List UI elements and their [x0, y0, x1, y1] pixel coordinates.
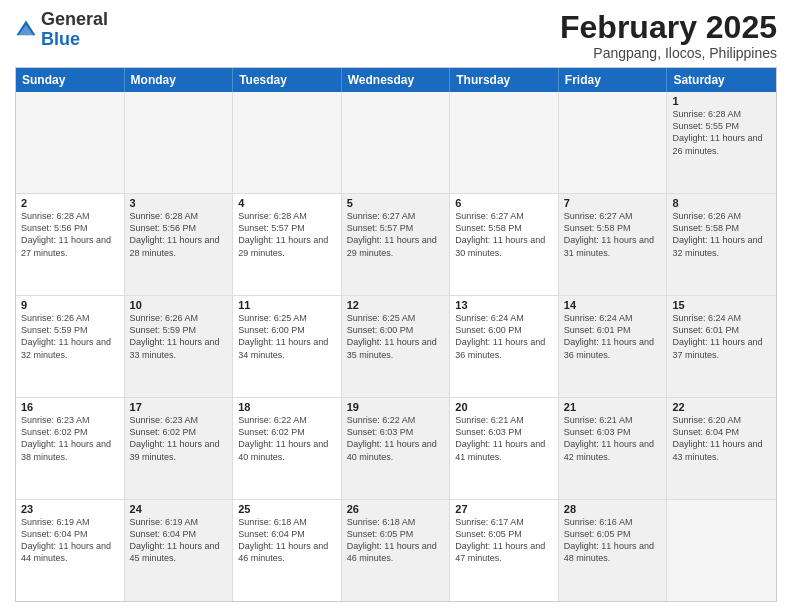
weekday-header: Sunday: [16, 68, 125, 92]
calendar-day-cell: 8Sunrise: 6:26 AM Sunset: 5:58 PM Daylig…: [667, 194, 776, 295]
day-detail: Sunrise: 6:28 AM Sunset: 5:56 PM Dayligh…: [130, 210, 228, 259]
day-number: 10: [130, 299, 228, 311]
day-number: 12: [347, 299, 445, 311]
day-number: 2: [21, 197, 119, 209]
day-number: 15: [672, 299, 771, 311]
day-number: 27: [455, 503, 553, 515]
calendar-day-cell: 27Sunrise: 6:17 AM Sunset: 6:05 PM Dayli…: [450, 500, 559, 601]
day-number: 20: [455, 401, 553, 413]
logo-text: General Blue: [41, 10, 108, 50]
calendar-day-cell: 1Sunrise: 6:28 AM Sunset: 5:55 PM Daylig…: [667, 92, 776, 193]
calendar-day-cell: [559, 92, 668, 193]
day-number: 11: [238, 299, 336, 311]
day-number: 17: [130, 401, 228, 413]
calendar-week-row: 9Sunrise: 6:26 AM Sunset: 5:59 PM Daylig…: [16, 296, 776, 398]
day-detail: Sunrise: 6:24 AM Sunset: 6:00 PM Dayligh…: [455, 312, 553, 361]
title-block: February 2025 Pangpang, Ilocos, Philippi…: [560, 10, 777, 61]
day-number: 26: [347, 503, 445, 515]
day-detail: Sunrise: 6:22 AM Sunset: 6:02 PM Dayligh…: [238, 414, 336, 463]
day-number: 19: [347, 401, 445, 413]
day-detail: Sunrise: 6:16 AM Sunset: 6:05 PM Dayligh…: [564, 516, 662, 565]
calendar: SundayMondayTuesdayWednesdayThursdayFrid…: [15, 67, 777, 602]
calendar-day-cell: [233, 92, 342, 193]
day-detail: Sunrise: 6:25 AM Sunset: 6:00 PM Dayligh…: [238, 312, 336, 361]
day-detail: Sunrise: 6:21 AM Sunset: 6:03 PM Dayligh…: [455, 414, 553, 463]
calendar-day-cell: 15Sunrise: 6:24 AM Sunset: 6:01 PM Dayli…: [667, 296, 776, 397]
day-number: 25: [238, 503, 336, 515]
title-location: Pangpang, Ilocos, Philippines: [560, 45, 777, 61]
calendar-day-cell: 16Sunrise: 6:23 AM Sunset: 6:02 PM Dayli…: [16, 398, 125, 499]
calendar-day-cell: 3Sunrise: 6:28 AM Sunset: 5:56 PM Daylig…: [125, 194, 234, 295]
day-number: 18: [238, 401, 336, 413]
day-detail: Sunrise: 6:27 AM Sunset: 5:57 PM Dayligh…: [347, 210, 445, 259]
logo-general: General: [41, 9, 108, 29]
calendar-day-cell: [16, 92, 125, 193]
day-detail: Sunrise: 6:27 AM Sunset: 5:58 PM Dayligh…: [564, 210, 662, 259]
day-detail: Sunrise: 6:25 AM Sunset: 6:00 PM Dayligh…: [347, 312, 445, 361]
day-detail: Sunrise: 6:21 AM Sunset: 6:03 PM Dayligh…: [564, 414, 662, 463]
day-detail: Sunrise: 6:24 AM Sunset: 6:01 PM Dayligh…: [672, 312, 771, 361]
calendar-day-cell: 18Sunrise: 6:22 AM Sunset: 6:02 PM Dayli…: [233, 398, 342, 499]
logo-icon: [15, 19, 37, 41]
day-detail: Sunrise: 6:28 AM Sunset: 5:56 PM Dayligh…: [21, 210, 119, 259]
weekday-header: Wednesday: [342, 68, 451, 92]
day-number: 23: [21, 503, 119, 515]
calendar-day-cell: 22Sunrise: 6:20 AM Sunset: 6:04 PM Dayli…: [667, 398, 776, 499]
day-number: 4: [238, 197, 336, 209]
header: General Blue February 2025 Pangpang, Ilo…: [15, 10, 777, 61]
page: General Blue February 2025 Pangpang, Ilo…: [0, 0, 792, 612]
day-number: 13: [455, 299, 553, 311]
day-number: 9: [21, 299, 119, 311]
calendar-week-row: 1Sunrise: 6:28 AM Sunset: 5:55 PM Daylig…: [16, 92, 776, 194]
calendar-day-cell: 4Sunrise: 6:28 AM Sunset: 5:57 PM Daylig…: [233, 194, 342, 295]
weekday-header: Thursday: [450, 68, 559, 92]
day-number: 3: [130, 197, 228, 209]
calendar-day-cell: 14Sunrise: 6:24 AM Sunset: 6:01 PM Dayli…: [559, 296, 668, 397]
calendar-day-cell: [667, 500, 776, 601]
weekday-header: Tuesday: [233, 68, 342, 92]
calendar-week-row: 16Sunrise: 6:23 AM Sunset: 6:02 PM Dayli…: [16, 398, 776, 500]
calendar-day-cell: 20Sunrise: 6:21 AM Sunset: 6:03 PM Dayli…: [450, 398, 559, 499]
day-detail: Sunrise: 6:23 AM Sunset: 6:02 PM Dayligh…: [21, 414, 119, 463]
calendar-day-cell: 21Sunrise: 6:21 AM Sunset: 6:03 PM Dayli…: [559, 398, 668, 499]
calendar-day-cell: 6Sunrise: 6:27 AM Sunset: 5:58 PM Daylig…: [450, 194, 559, 295]
day-number: 21: [564, 401, 662, 413]
calendar-day-cell: 10Sunrise: 6:26 AM Sunset: 5:59 PM Dayli…: [125, 296, 234, 397]
day-detail: Sunrise: 6:19 AM Sunset: 6:04 PM Dayligh…: [21, 516, 119, 565]
day-detail: Sunrise: 6:27 AM Sunset: 5:58 PM Dayligh…: [455, 210, 553, 259]
day-detail: Sunrise: 6:17 AM Sunset: 6:05 PM Dayligh…: [455, 516, 553, 565]
calendar-day-cell: 5Sunrise: 6:27 AM Sunset: 5:57 PM Daylig…: [342, 194, 451, 295]
day-number: 24: [130, 503, 228, 515]
calendar-day-cell: 26Sunrise: 6:18 AM Sunset: 6:05 PM Dayli…: [342, 500, 451, 601]
day-number: 28: [564, 503, 662, 515]
logo: General Blue: [15, 10, 108, 50]
calendar-day-cell: 13Sunrise: 6:24 AM Sunset: 6:00 PM Dayli…: [450, 296, 559, 397]
day-number: 22: [672, 401, 771, 413]
calendar-day-cell: 9Sunrise: 6:26 AM Sunset: 5:59 PM Daylig…: [16, 296, 125, 397]
day-number: 14: [564, 299, 662, 311]
calendar-day-cell: 12Sunrise: 6:25 AM Sunset: 6:00 PM Dayli…: [342, 296, 451, 397]
weekday-header: Friday: [559, 68, 668, 92]
logo-blue: Blue: [41, 29, 80, 49]
calendar-day-cell: [342, 92, 451, 193]
day-number: 5: [347, 197, 445, 209]
calendar-body: 1Sunrise: 6:28 AM Sunset: 5:55 PM Daylig…: [16, 92, 776, 601]
day-number: 7: [564, 197, 662, 209]
day-detail: Sunrise: 6:20 AM Sunset: 6:04 PM Dayligh…: [672, 414, 771, 463]
calendar-day-cell: [450, 92, 559, 193]
calendar-day-cell: 2Sunrise: 6:28 AM Sunset: 5:56 PM Daylig…: [16, 194, 125, 295]
day-detail: Sunrise: 6:26 AM Sunset: 5:59 PM Dayligh…: [21, 312, 119, 361]
day-number: 8: [672, 197, 771, 209]
weekday-header: Saturday: [667, 68, 776, 92]
calendar-header: SundayMondayTuesdayWednesdayThursdayFrid…: [16, 68, 776, 92]
weekday-header: Monday: [125, 68, 234, 92]
day-detail: Sunrise: 6:18 AM Sunset: 6:05 PM Dayligh…: [347, 516, 445, 565]
calendar-day-cell: 19Sunrise: 6:22 AM Sunset: 6:03 PM Dayli…: [342, 398, 451, 499]
day-number: 16: [21, 401, 119, 413]
title-month: February 2025: [560, 10, 777, 45]
day-detail: Sunrise: 6:22 AM Sunset: 6:03 PM Dayligh…: [347, 414, 445, 463]
calendar-day-cell: 28Sunrise: 6:16 AM Sunset: 6:05 PM Dayli…: [559, 500, 668, 601]
calendar-day-cell: 17Sunrise: 6:23 AM Sunset: 6:02 PM Dayli…: [125, 398, 234, 499]
day-detail: Sunrise: 6:19 AM Sunset: 6:04 PM Dayligh…: [130, 516, 228, 565]
calendar-day-cell: 7Sunrise: 6:27 AM Sunset: 5:58 PM Daylig…: [559, 194, 668, 295]
